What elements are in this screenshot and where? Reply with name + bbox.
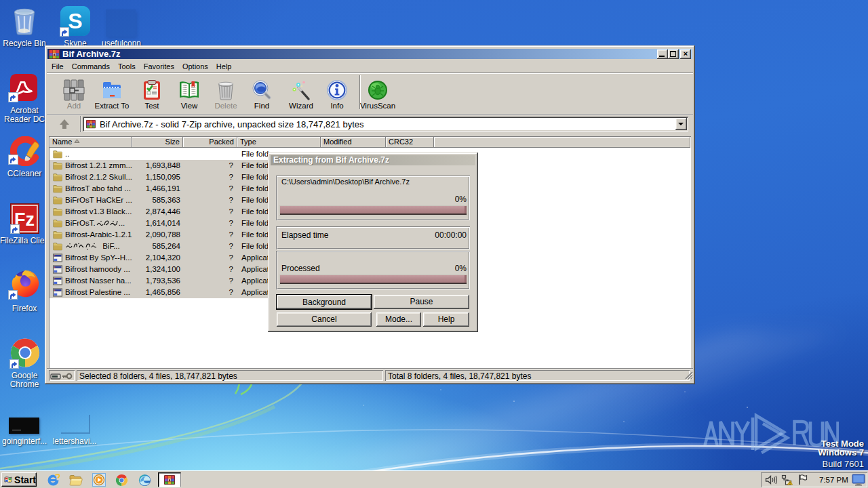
svg-text:S: S — [68, 9, 82, 33]
